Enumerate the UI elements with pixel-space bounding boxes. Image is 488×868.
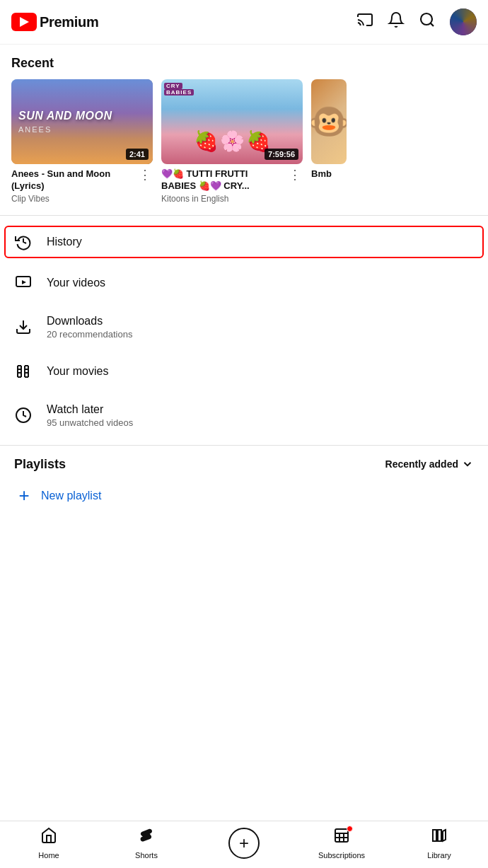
menu-text-watch-later: Watch later 95 unwatched videos	[47, 403, 133, 428]
menu-item-your-movies[interactable]: Your movies	[0, 351, 488, 392]
playlists-section: Playlists Recently added + New playlist	[0, 446, 488, 514]
video-info-1: Anees - Sun and Moon (Lyrics) Clip Vibes…	[11, 168, 153, 204]
menu-item-downloads[interactable]: Downloads 20 recommendations	[0, 303, 488, 351]
video-title-3: Bmb	[311, 168, 332, 180]
download-icon	[14, 318, 33, 336]
watch-later-icon	[14, 406, 33, 424]
menu-text-your-movies: Your movies	[47, 365, 108, 378]
menu-text-your-videos: Your videos	[47, 277, 105, 289]
brand-name: Premium	[40, 14, 99, 30]
header-actions	[356, 8, 477, 35]
menu-label-your-videos: Your videos	[47, 277, 105, 289]
video-channel-2: Kitoons in English	[161, 194, 284, 204]
menu-sublabel-watch-later: 95 unwatched videos	[47, 417, 133, 428]
playlists-title: Playlists	[14, 457, 66, 472]
menu-sublabel-downloads: 20 recommendations	[47, 329, 132, 340]
menu-text-downloads: Downloads 20 recommendations	[47, 315, 132, 340]
svg-point-1	[421, 13, 432, 25]
nav-item-home[interactable]: Home	[0, 827, 98, 860]
video-title-2: 💜🍓 TUTTI FRUTTI BABIES 🍓💜 CRY...	[161, 168, 284, 192]
notification-dot	[347, 826, 353, 832]
video-title-1: Anees - Sun and Moon (Lyrics)	[11, 168, 134, 192]
menu-label-downloads: Downloads	[47, 315, 132, 328]
bottom-nav: Home Shorts + Subscriptions	[0, 821, 488, 868]
recently-added-label: Recently added	[385, 458, 458, 470]
home-icon	[40, 827, 57, 848]
duration-badge-2: 7:59:56	[265, 149, 298, 160]
menu-item-watch-later[interactable]: Watch later 95 unwatched videos	[0, 392, 488, 439]
nav-item-add[interactable]: +	[195, 828, 293, 859]
shorts-icon	[138, 827, 155, 848]
monkey-emoji: 🐵	[311, 79, 347, 164]
nav-item-subscriptions[interactable]: Subscriptions	[293, 827, 390, 860]
thumb-artist-1: ANEES	[18, 125, 52, 134]
nav-item-shorts[interactable]: Shorts	[98, 827, 195, 860]
plus-icon: +	[14, 486, 34, 506]
new-playlist-button[interactable]: + New playlist	[0, 478, 488, 514]
nav-label-subscriptions: Subscriptions	[318, 851, 365, 860]
svg-line-2	[431, 23, 434, 26]
nav-item-library[interactable]: Library	[390, 827, 488, 860]
your-videos-icon	[14, 274, 33, 292]
video-thumb-3[interactable]: 🐵	[311, 79, 347, 164]
menu-item-history[interactable]: History	[0, 221, 488, 262]
avatar[interactable]	[450, 8, 477, 35]
video-meta-2: 💜🍓 TUTTI FRUTTI BABIES 🍓💜 CRY... Kitoons…	[161, 168, 284, 204]
movies-icon	[14, 362, 33, 381]
video-meta-3: Bmb	[311, 168, 332, 180]
subscriptions-icon	[333, 827, 350, 848]
library-icon	[431, 827, 448, 848]
thumb-title-1: SUN AND MOON	[18, 110, 112, 122]
nav-label-shorts: Shorts	[135, 851, 158, 860]
header: Premium	[0, 0, 488, 45]
video-meta-1: Anees - Sun and Moon (Lyrics) Clip Vibes	[11, 168, 134, 204]
video-channel-1: Clip Vibes	[11, 194, 134, 204]
nav-label-home: Home	[38, 851, 59, 860]
video-card-3: 🐵 Bmb	[311, 79, 347, 204]
menu-label-watch-later: Watch later	[47, 403, 133, 416]
recent-section: Recent SUN AND MOON ANEES 2:41 Anees - S…	[0, 45, 488, 215]
search-icon[interactable]	[419, 11, 436, 33]
svg-rect-24	[433, 830, 436, 841]
cast-icon[interactable]	[356, 11, 373, 33]
youtube-icon	[11, 13, 37, 31]
youtube-logo[interactable]: Premium	[11, 13, 99, 31]
svg-rect-19	[335, 829, 348, 842]
menu-label-history: History	[47, 236, 82, 248]
add-icon[interactable]: +	[228, 828, 260, 859]
video-card-2: CRY BABIES 🍓 🌸 🍓 7:59:56 💜🍓 TUTTI FRUTTI…	[161, 79, 303, 204]
menu-text-history: History	[47, 236, 82, 248]
video-thumb-1[interactable]: SUN AND MOON ANEES 2:41	[11, 79, 153, 164]
more-options-1[interactable]: ⋮	[137, 168, 153, 181]
recent-title: Recent	[0, 56, 488, 79]
menu-list: History Your videos	[0, 216, 488, 445]
video-info-3: Bmb	[311, 168, 347, 180]
playlists-header: Playlists Recently added	[0, 446, 488, 478]
menu-label-your-movies: Your movies	[47, 365, 108, 378]
video-card-1: SUN AND MOON ANEES 2:41 Anees - Sun and …	[11, 79, 153, 204]
svg-rect-25	[438, 830, 441, 841]
svg-marker-26	[443, 830, 446, 841]
duration-badge-1: 2:41	[126, 149, 149, 160]
bell-icon[interactable]	[388, 11, 405, 33]
history-icon	[14, 233, 33, 251]
menu-item-your-videos[interactable]: Your videos	[0, 262, 488, 303]
svg-marker-4	[22, 280, 26, 284]
more-options-2[interactable]: ⋮	[287, 168, 303, 181]
nav-label-library: Library	[427, 851, 451, 860]
video-thumb-2[interactable]: CRY BABIES 🍓 🌸 🍓 7:59:56	[161, 79, 303, 164]
video-info-2: 💜🍓 TUTTI FRUTTI BABIES 🍓💜 CRY... Kitoons…	[161, 168, 303, 204]
recent-scroll: SUN AND MOON ANEES 2:41 Anees - Sun and …	[0, 79, 488, 215]
recently-added-button[interactable]: Recently added	[385, 458, 474, 470]
header-left: Premium	[11, 13, 99, 31]
chevron-down-icon	[461, 458, 474, 470]
new-playlist-label: New playlist	[41, 490, 101, 502]
